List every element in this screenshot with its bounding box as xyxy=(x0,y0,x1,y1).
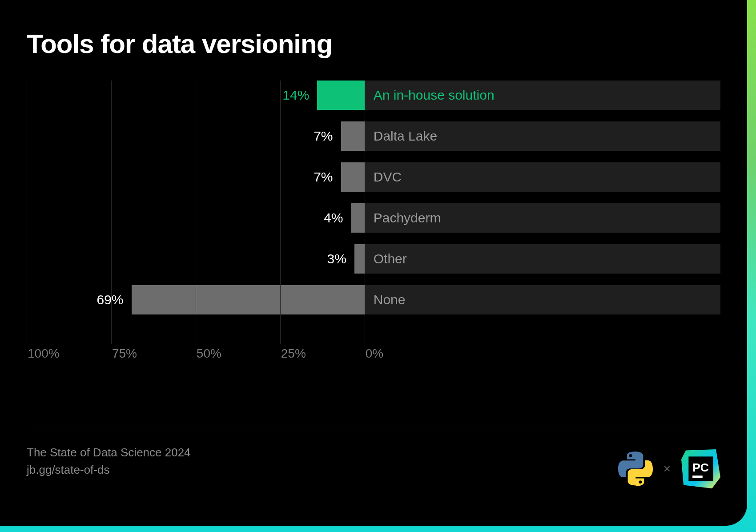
bar-value-label: 7% xyxy=(314,169,341,185)
logo-group: × PC xyxy=(618,449,720,488)
bar-row: 4%Pachyderm xyxy=(27,203,720,233)
bar-row: 69%None xyxy=(27,285,720,314)
chart-card: Tools for data versioning 14%An in-house… xyxy=(0,0,747,526)
python-icon xyxy=(618,451,653,486)
bar-label-pane: None xyxy=(365,285,720,314)
bar-label-pane: DVC xyxy=(365,162,720,192)
bar-fill xyxy=(317,81,364,110)
bar-label-pane: An in-house solution xyxy=(365,81,720,110)
bar-fill xyxy=(132,285,365,314)
plot-rows: 14%An in-house solution7%Dalta Lake7%DVC… xyxy=(27,81,720,339)
bar-fill xyxy=(351,203,364,233)
bar-value-label: 3% xyxy=(327,251,354,266)
bar-fill xyxy=(341,121,365,151)
svg-text:PC: PC xyxy=(692,461,709,474)
bar-row: 7%Dalta Lake xyxy=(27,121,720,151)
bar-category-label: DVC xyxy=(374,169,402,185)
axis-tick-label: 75% xyxy=(112,347,137,361)
axis-tick-label: 50% xyxy=(197,347,221,361)
bar-category-label: Other xyxy=(374,251,407,266)
gridline xyxy=(27,81,27,344)
bar-fill xyxy=(341,162,365,192)
bar-label-pane: Other xyxy=(365,244,720,274)
bar-category-label: Dalta Lake xyxy=(374,129,437,144)
bar-row: 7%DVC xyxy=(27,162,720,192)
svg-rect-2 xyxy=(692,476,703,478)
footer-link: jb.gg/state-of-ds xyxy=(27,463,720,477)
bar-fill xyxy=(354,244,365,274)
chart-title: Tools for data versioning xyxy=(27,28,720,59)
footer: The State of Data Science 2024 jb.gg/sta… xyxy=(27,446,720,477)
bar-category-label: Pachyderm xyxy=(374,210,441,226)
chart-area: 14%An in-house solution7%Dalta Lake7%DVC… xyxy=(27,81,720,361)
bar-category-label: An in-house solution xyxy=(374,88,495,103)
bar-label-pane: Pachyderm xyxy=(365,203,720,233)
bar-value-label: 4% xyxy=(324,210,351,226)
footer-divider xyxy=(27,426,720,426)
axis-tick-label: 100% xyxy=(28,347,60,361)
axis-tick-label: 25% xyxy=(281,347,306,361)
pycharm-icon: PC xyxy=(681,449,720,488)
times-icon: × xyxy=(664,462,671,476)
bar-value-label: 14% xyxy=(282,88,317,103)
footer-survey-title: The State of Data Science 2024 xyxy=(27,446,720,459)
gridline xyxy=(111,81,112,344)
bar-category-label: None xyxy=(374,292,406,307)
gridline xyxy=(365,81,365,344)
bar-row: 14%An in-house solution xyxy=(27,81,720,110)
bar-label-pane: Dalta Lake xyxy=(365,121,720,151)
bar-value-label: 7% xyxy=(314,129,341,144)
gridline xyxy=(196,81,196,344)
gridline xyxy=(280,81,281,344)
axis-tick-label: 0% xyxy=(366,347,383,361)
bar-row: 3%Other xyxy=(27,244,720,274)
bar-value-label: 69% xyxy=(97,292,131,307)
